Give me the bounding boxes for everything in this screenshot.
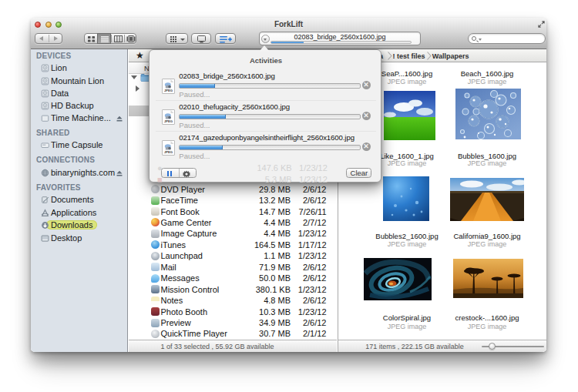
svg-text:JPEG: JPEG — [164, 119, 173, 123]
svg-text:JPEG: JPEG — [164, 89, 173, 92]
svg-text:JPEG: JPEG — [164, 150, 173, 154]
